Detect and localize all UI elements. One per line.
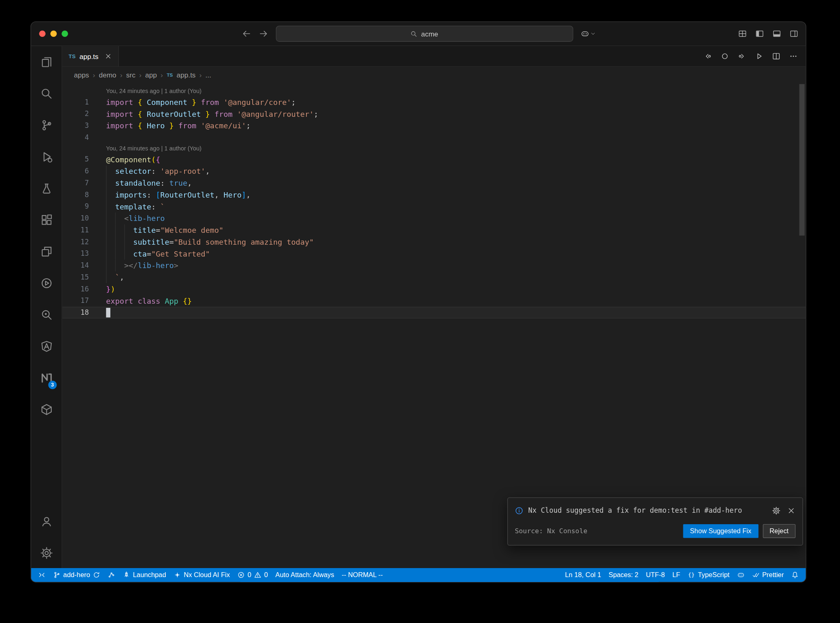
line-number: 6 [62, 166, 89, 177]
blame-annotation[interactable]: You, 24 minutes ago | 1 author (You) [106, 86, 202, 96]
customize-layout-icon[interactable] [738, 30, 747, 38]
changes-annotation-icon[interactable] [721, 52, 729, 61]
activity-item-containers[interactable] [31, 393, 62, 425]
activity-bar-bottom [31, 505, 62, 570]
notification-settings-icon[interactable] [772, 507, 781, 515]
bell-icon [791, 571, 799, 579]
indent-guide [106, 248, 107, 260]
breadcrumb-item-file[interactable]: app.ts [177, 71, 196, 79]
previous-change-icon[interactable] [703, 52, 712, 61]
activity-item-run-and-debug[interactable] [31, 141, 62, 173]
status-item-branch[interactable]: add-hero [49, 568, 104, 582]
toggle-secondary-sidebar-icon[interactable] [790, 30, 798, 38]
code-line: subtitle="Build something amazing today" [106, 236, 314, 248]
line-number: 1 [62, 96, 89, 108]
command-center-text: acme [421, 30, 438, 38]
status-item-eol[interactable]: LF [669, 568, 684, 582]
more-actions-icon[interactable] [789, 52, 798, 61]
activity-item-settings[interactable] [31, 537, 62, 568]
code-row: 3import { Hero } from '@acme/ui'; [62, 120, 806, 132]
split-editor-icon[interactable] [772, 52, 781, 61]
status-item-label: UTF-8 [646, 571, 665, 579]
status-item-problems[interactable]: 00 [234, 568, 272, 582]
breadcrumb-item-demo[interactable]: demo [99, 71, 116, 79]
status-item-label: Nx Cloud AI Fix [184, 571, 230, 579]
reject-button[interactable]: Reject [762, 524, 795, 538]
code-line: import { Hero } from '@acme/ui'; [106, 120, 251, 132]
code-row: 1import { Component } from '@angular/cor… [62, 96, 806, 108]
line-number [62, 143, 89, 154]
activity-badge: 3 [48, 381, 57, 389]
show-suggested-fix-button[interactable]: Show Suggested Fix [683, 524, 758, 538]
status-item-prettier[interactable]: Prettier [748, 568, 788, 582]
activity-item-source-control[interactable] [31, 109, 62, 141]
status-item-label: LF [672, 571, 680, 579]
next-change-icon[interactable] [738, 52, 746, 61]
line-number: 17 [62, 295, 89, 307]
close-window-button[interactable] [39, 30, 46, 37]
activity-item-accounts[interactable] [31, 505, 62, 537]
tab-app-ts[interactable]: TS app.ts [62, 46, 119, 66]
typescript-file-icon: TS [167, 72, 173, 77]
breadcrumb-item-apps[interactable]: apps [74, 71, 89, 79]
status-item-auto-attach[interactable]: Auto Attach: Always [272, 568, 338, 582]
activity-item-testing[interactable] [31, 173, 62, 204]
activity-item-explorer[interactable] [31, 46, 62, 77]
code-row: 9 template: ` [62, 201, 806, 213]
breadcrumb-separator-icon: › [161, 71, 163, 79]
breadcrumb-item-src[interactable]: src [126, 71, 135, 79]
status-item-indentation[interactable]: Spaces: 2 [605, 568, 642, 582]
status-item-cursor-position[interactable]: Ln 18, Col 1 [561, 568, 605, 582]
activity-item-angular[interactable] [31, 330, 62, 362]
minimize-window-button[interactable] [50, 30, 57, 37]
command-center[interactable]: acme [276, 26, 573, 42]
status-item-encoding[interactable]: UTF-8 [642, 568, 669, 582]
main-area: 3 TS app.ts [31, 46, 806, 569]
activity-item-nx-console[interactable]: 3 [31, 362, 62, 393]
run-file-icon[interactable] [755, 52, 763, 61]
navigate-back-icon[interactable] [241, 29, 251, 39]
breadcrumb: apps›demo›src›app›TSapp.ts›... [62, 67, 806, 83]
code-line: selector: 'app-root', [106, 166, 210, 177]
breadcrumb-overflow[interactable]: ... [205, 71, 211, 79]
code-editor[interactable]: You, 24 minutes ago | 1 author (You)1imp… [62, 83, 806, 569]
check-double-icon [752, 571, 759, 579]
breadcrumb-item-app[interactable]: app [145, 71, 157, 79]
activity-item-nx-run[interactable] [31, 267, 62, 299]
activity-item-gitlens-inspect[interactable] [31, 299, 62, 330]
navigate-forward-icon[interactable] [258, 29, 268, 39]
close-tab-icon[interactable] [104, 52, 112, 60]
copilot-menu[interactable] [580, 30, 596, 38]
code-line: }) [106, 283, 115, 295]
activity-item-search[interactable] [31, 77, 62, 109]
status-item-remote[interactable] [34, 568, 50, 582]
status-item-language[interactable]: {}TypeScript [684, 568, 733, 582]
breadcrumb-separator-icon: › [139, 71, 142, 79]
activity-item-extensions[interactable] [31, 204, 62, 236]
status-item-label: Spaces: 2 [609, 571, 639, 579]
status-item-launchpad[interactable]: Launchpad [119, 568, 170, 582]
status-item-notifications[interactable] [788, 568, 803, 582]
copilot-icon [580, 30, 589, 38]
blame-annotation[interactable]: You, 24 minutes ago | 1 author (You) [106, 143, 202, 154]
remote-explorer-icon [40, 245, 52, 258]
nx-run-icon [40, 277, 52, 289]
zoom-window-button[interactable] [62, 30, 68, 37]
code-line: export class App {} [106, 295, 192, 307]
info-icon [515, 507, 523, 515]
activity-item-remote-explorer[interactable] [31, 236, 62, 267]
indent-guide [106, 166, 107, 177]
chevron-down-icon [590, 31, 596, 36]
status-item-nx-cloud-ai-fix[interactable]: Nx Cloud AI Fix [170, 568, 234, 582]
status-item-copilot[interactable] [733, 568, 749, 582]
explorer-icon [40, 55, 52, 68]
breadcrumb-separator-icon: › [93, 71, 95, 79]
breadcrumb-separator-icon: › [120, 71, 123, 79]
notification-close-icon[interactable] [787, 507, 796, 515]
toggle-panel-icon[interactable] [772, 30, 781, 38]
status-item-vim-mode[interactable]: -- NORMAL -- [338, 568, 386, 582]
code-row: 10 <lib-hero [62, 213, 806, 225]
status-item-commit-graph[interactable] [104, 568, 119, 582]
toggle-primary-sidebar-icon[interactable] [756, 30, 764, 38]
editor-scrollbar[interactable] [799, 84, 805, 236]
